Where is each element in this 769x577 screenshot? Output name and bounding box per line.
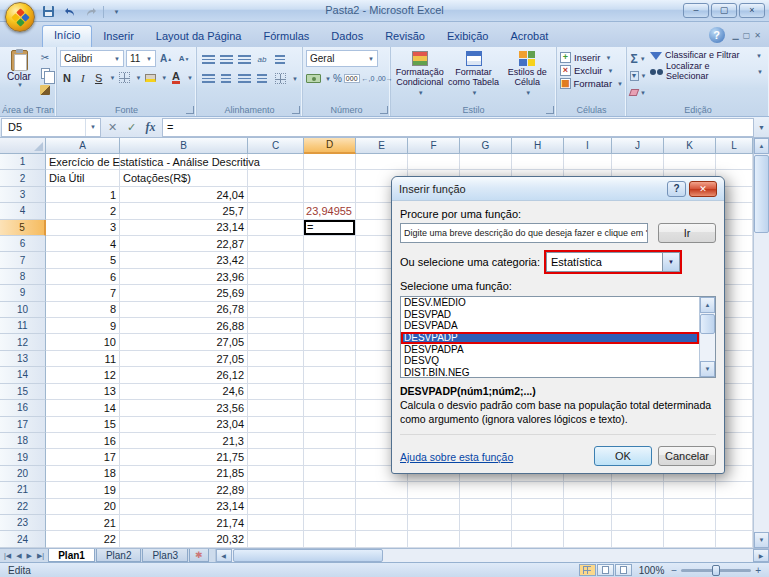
workbook-minimize-icon[interactable]: ▁ — [733, 31, 739, 40]
orientation-icon[interactable]: ab — [254, 52, 270, 67]
cell-B24[interactable]: 20,32 — [120, 531, 248, 547]
column-header-I[interactable]: I — [564, 138, 612, 154]
cell-E24[interactable] — [356, 531, 408, 547]
align-top-icon[interactable] — [200, 52, 216, 67]
zoom-level[interactable]: 100% — [639, 565, 665, 576]
cell-B2[interactable]: Cotações(R$) — [120, 170, 248, 186]
cell-D11[interactable] — [304, 318, 356, 334]
cell-C14[interactable] — [248, 367, 304, 383]
font-color-dropdown-icon[interactable]: ▼ — [187, 75, 193, 81]
function-help-link[interactable]: Ajuda sobre esta função — [400, 451, 513, 463]
row-header-16[interactable]: 16 — [0, 400, 46, 416]
comma-style-button[interactable]: 000 — [344, 71, 360, 86]
cell-D8[interactable] — [304, 269, 356, 285]
cell-F22[interactable] — [408, 499, 460, 515]
merge-center-icon[interactable] — [272, 71, 288, 86]
close-icon[interactable]: × — [739, 3, 765, 18]
cell-B16[interactable]: 23,56 — [120, 400, 248, 416]
cell-B18[interactable]: 21,3 — [120, 433, 248, 449]
row-header-12[interactable]: 12 — [0, 334, 46, 350]
cell-A13[interactable]: 11 — [46, 351, 120, 367]
row-header-13[interactable]: 13 — [0, 351, 46, 367]
cell-A19[interactable]: 17 — [46, 449, 120, 465]
cell-J21[interactable] — [612, 482, 664, 498]
cell-J1[interactable] — [612, 154, 664, 170]
row-header-6[interactable]: 6 — [0, 236, 46, 252]
vertical-scroll-thumb[interactable] — [754, 155, 769, 233]
cell-D9[interactable] — [304, 285, 356, 301]
workbook-restore-icon[interactable]: ▢ — [743, 31, 751, 40]
cell-D6[interactable] — [304, 236, 356, 252]
name-box[interactable]: D5 ▼ — [1, 118, 101, 137]
align-center-icon[interactable] — [218, 71, 234, 86]
cell-B4[interactable]: 25,7 — [120, 203, 248, 219]
cell-B9[interactable]: 25,69 — [120, 285, 248, 301]
row-header-21[interactable]: 21 — [0, 482, 46, 498]
number-dialog-launcher-icon[interactable] — [380, 106, 388, 114]
sheet-tab-plan3[interactable]: Plan3 — [142, 549, 188, 562]
cell-B5[interactable]: 23,14 — [120, 220, 248, 236]
cell-L21[interactable] — [716, 482, 753, 498]
cell-L24[interactable] — [716, 531, 753, 547]
cell-B15[interactable]: 24,6 — [120, 384, 248, 400]
cell-G22[interactable] — [460, 499, 512, 515]
cell-I1[interactable] — [564, 154, 612, 170]
row-header-24[interactable]: 24 — [0, 531, 46, 547]
row-header-3[interactable]: 3 — [0, 187, 46, 203]
excluir-button[interactable]: ×Excluir▼ — [560, 65, 623, 76]
cell-D13[interactable] — [304, 351, 356, 367]
cell-H21[interactable] — [512, 482, 564, 498]
cell-B14[interactable]: 26,12 — [120, 367, 248, 383]
cell-C9[interactable] — [248, 285, 304, 301]
zoom-thumb[interactable] — [712, 565, 720, 576]
cell-C15[interactable] — [248, 384, 304, 400]
expand-formula-bar-icon[interactable]: ▼ — [754, 124, 769, 131]
cell-C11[interactable] — [248, 318, 304, 334]
function-list-scrollbar[interactable]: ▲ ▼ — [699, 297, 715, 377]
cell-B17[interactable]: 23,04 — [120, 417, 248, 433]
cell-K22[interactable] — [664, 499, 716, 515]
next-sheet-icon[interactable]: ▶ — [25, 552, 34, 560]
dialog-title-bar[interactable]: Inserir função ? ✕ — [392, 177, 724, 201]
scroll-down-icon[interactable]: ▼ — [754, 532, 769, 548]
wrap-text-icon[interactable] — [272, 52, 288, 67]
function-item-desvpadp[interactable]: DESVPADP — [401, 332, 699, 344]
enter-entry-icon[interactable]: ✓ — [123, 119, 140, 136]
cell-K23[interactable] — [664, 515, 716, 531]
category-combo[interactable]: Estatística ▼ — [546, 252, 680, 272]
row-header-9[interactable]: 9 — [0, 285, 46, 301]
cell-L23[interactable] — [716, 515, 753, 531]
font-dialog-launcher-icon[interactable] — [186, 106, 194, 114]
cell-F1[interactable] — [408, 154, 460, 170]
cell-A14[interactable]: 12 — [46, 367, 120, 383]
cell-E21[interactable] — [356, 482, 408, 498]
alignment-dialog-launcher-icon[interactable] — [292, 106, 300, 114]
cell-F23[interactable] — [408, 515, 460, 531]
cell-B21[interactable]: 22,89 — [120, 482, 248, 498]
cell-F21[interactable] — [408, 482, 460, 498]
cell-C19[interactable] — [248, 449, 304, 465]
cell-L1[interactable] — [716, 154, 753, 170]
cell-B23[interactable]: 21,74 — [120, 515, 248, 531]
row-header-23[interactable]: 23 — [0, 515, 46, 531]
formula-input[interactable]: = — [162, 118, 754, 137]
go-button[interactable]: Ir — [658, 223, 716, 243]
row-header-7[interactable]: 7 — [0, 252, 46, 268]
fill-icon[interactable]: ▼▼ — [630, 68, 646, 83]
row-header-11[interactable]: 11 — [0, 318, 46, 334]
normal-view-icon[interactable] — [579, 564, 596, 576]
row-header-14[interactable]: 14 — [0, 367, 46, 383]
cell-B12[interactable]: 27,05 — [120, 334, 248, 350]
column-header-A[interactable]: A — [46, 138, 120, 154]
row-header-17[interactable]: 17 — [0, 417, 46, 433]
cell-J22[interactable] — [612, 499, 664, 515]
cell-B13[interactable]: 27,05 — [120, 351, 248, 367]
cell-G1[interactable] — [460, 154, 512, 170]
function-item-desvq[interactable]: DESVQ — [401, 355, 699, 367]
dialog-close-icon[interactable]: ✕ — [689, 181, 717, 197]
cell-D24[interactable] — [304, 531, 356, 547]
accounting-dropdown-icon[interactable]: ▼ — [325, 76, 331, 82]
cell-E22[interactable] — [356, 499, 408, 515]
decrease-decimal-icon[interactable]: ,00→ — [376, 71, 392, 86]
shrink-font-icon[interactable]: A▼ — [176, 51, 192, 66]
